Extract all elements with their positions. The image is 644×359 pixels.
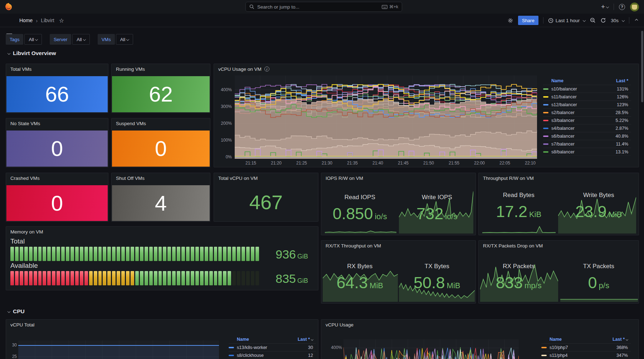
panel-running-vms[interactable]: Running VMs 62 (111, 64, 210, 113)
add-new-button[interactable]: + (601, 3, 609, 11)
metric-value: 0p/s (559, 274, 639, 292)
legend-row[interactable]: s12/balancer123% (543, 100, 631, 108)
panel-throughput-rw[interactable]: Throughput R/W on VM Read Bytes Write By… (478, 173, 639, 235)
page-scrollbar[interactable] (641, 31, 643, 102)
refresh-interval-dropdown[interactable]: 30s (611, 18, 624, 23)
memory-total-gauge (10, 247, 259, 261)
panel-vcpu-total[interactable]: vCPU Total 30 25 Name Last * s13/k8s-wor… (6, 319, 318, 359)
gauge-cell (223, 247, 226, 261)
legend-row[interactable]: s11/balancer126% (543, 93, 631, 100)
filter-value-vms[interactable]: All (116, 34, 133, 45)
legend-header-last[interactable]: Last * (298, 337, 316, 342)
legend-row[interactable]: s8/clickhouse12 (229, 351, 316, 359)
share-button[interactable]: Share (518, 16, 538, 25)
user-avatar[interactable] (630, 3, 639, 11)
legend-row[interactable]: s4/balancer2.87% (543, 124, 631, 132)
legend-header-last[interactable]: Last * (613, 337, 631, 342)
panel-title: Shut Off VMs (112, 173, 210, 183)
filter-label-vms[interactable]: VMs (98, 34, 115, 45)
series-name: s4/balancer (551, 126, 616, 131)
gauge-cell (52, 247, 55, 261)
series-name: s11/balancer (551, 94, 617, 99)
series-color-swatch (229, 347, 234, 348)
breadcrumb-current: Libvirt (41, 18, 54, 23)
zoom-out-icon[interactable] (590, 18, 596, 23)
legend-header-name[interactable]: Name (551, 78, 616, 83)
legend-header-name[interactable]: Name (550, 337, 613, 342)
favorite-star-icon[interactable]: ☆ (59, 17, 64, 24)
legend-row[interactable]: s10/balancer131% (543, 85, 631, 93)
series-last-value: 2.87% (616, 126, 631, 131)
gauge-cell (228, 247, 231, 261)
info-icon[interactable]: i (264, 67, 269, 72)
gauge-cell (154, 247, 157, 261)
gauge-cell (218, 247, 222, 261)
vcpu-total-plot-area[interactable] (18, 340, 219, 359)
section-cpu[interactable]: CPU (8, 308, 25, 315)
stat-gradient: 66 (6, 76, 108, 112)
divider (629, 17, 629, 24)
chevron-down-icon (622, 19, 625, 22)
panel-vcpu-usage[interactable]: vCPU Usage 400% Name Last * s10/php7368%… (321, 319, 639, 359)
legend-row[interactable]: s7/balancer11.4% (543, 140, 631, 148)
legend-row[interactable]: s13/k8s-worker30 (229, 343, 316, 351)
vcpu-usage-plot-area[interactable] (235, 75, 537, 159)
vcpu-usage-plot-area[interactable] (343, 339, 519, 359)
gauge-cell (140, 247, 143, 261)
panel-title: vCPU Usage on VM i (214, 64, 639, 74)
divider (543, 17, 543, 24)
legend-row[interactable]: s8/balancer13.1% (543, 148, 631, 156)
filter-label-server[interactable]: Server (50, 34, 71, 45)
series-name: s2/balancer (551, 110, 616, 115)
gauge-cell (29, 271, 33, 285)
clock-icon (548, 18, 553, 23)
legend-row-clipped[interactable] (543, 156, 631, 159)
gauge-cell (38, 247, 42, 261)
panel-crashed-vms[interactable]: Crashed VMs 0 (6, 173, 108, 222)
time-range-picker[interactable]: Last 1 hour (548, 18, 586, 23)
legend-row[interactable]: s10/php7368% (541, 343, 631, 351)
legend-row[interactable]: s11/php4347% (541, 351, 631, 359)
y-axis-tick: 25 (6, 354, 17, 359)
grafana-logo[interactable] (4, 3, 13, 11)
gauge-cell (154, 271, 157, 285)
legend-row[interactable]: s2/balancer28.5% (543, 108, 631, 116)
panel-shut-off-vms[interactable]: Shut Off VMs 4 (111, 173, 210, 222)
filter-value-server[interactable]: All (72, 34, 89, 45)
collapse-toolbar-icon[interactable] (635, 19, 638, 22)
gauge-cell (200, 247, 204, 261)
gauge-cell (241, 247, 245, 261)
panel-rxtx-packets-drop[interactable]: RX/TX Packets Drop on VM RX Packets TX P… (478, 240, 639, 304)
series-color-swatch (543, 96, 548, 98)
global-search-input[interactable]: Search or jump to... ⌘+k (245, 2, 402, 12)
panel-title: Crashed VMs (6, 173, 108, 183)
panel-iops-rw[interactable]: IOPS R/W on VM Read IOPS Write IOPS 0.85… (321, 173, 476, 235)
gauge-cell (246, 271, 250, 285)
panel-no-state-vms[interactable]: No State VMs 0 (6, 118, 108, 167)
series-last-value: 11.4% (616, 142, 631, 147)
section-libvirt-overview[interactable]: Libvirt Overview (8, 50, 56, 56)
panel-rxtx-throughput[interactable]: RX/TX Throughput on VM RX Bytes TX Bytes… (321, 240, 476, 304)
panel-suspend-vms[interactable]: Suspend VMs 0 (111, 118, 210, 167)
panel-total-vms[interactable]: Total VMs 66 (6, 64, 108, 113)
breadcrumb-home[interactable]: Home (19, 18, 33, 23)
gauge-cell (232, 247, 236, 261)
panel-total-vcpu[interactable]: Total vCPU on VM 467 (214, 173, 318, 222)
legend-row[interactable]: s3/balancer5.22% (543, 116, 631, 124)
dashboard-settings-icon[interactable] (507, 18, 513, 24)
metric-label: TX Bytes (399, 263, 476, 270)
filter-label-tags[interactable]: Tags (6, 34, 23, 45)
gauge-cell (43, 247, 46, 261)
gauge-cell (167, 247, 171, 261)
refresh-icon[interactable] (600, 18, 606, 23)
chevron-down-icon (8, 52, 10, 55)
panel-memory-on-vm[interactable]: Memory on VM Total 936GiB Available 835G… (6, 226, 318, 290)
legend-header-name[interactable]: Name (237, 337, 298, 342)
filter-value-tags[interactable]: All (24, 34, 42, 45)
panel-vcpu-usage-on-vm[interactable]: vCPU Usage on VM i 400% 300% 200% 100% 0… (214, 64, 639, 167)
series-last-value: 126% (617, 94, 631, 99)
tx-packets-sparkline (560, 297, 638, 302)
legend-header-last[interactable]: Last * (616, 78, 631, 83)
legend-row[interactable]: s6/balancer40.8% (543, 132, 631, 140)
help-icon[interactable]: ? (619, 4, 625, 10)
